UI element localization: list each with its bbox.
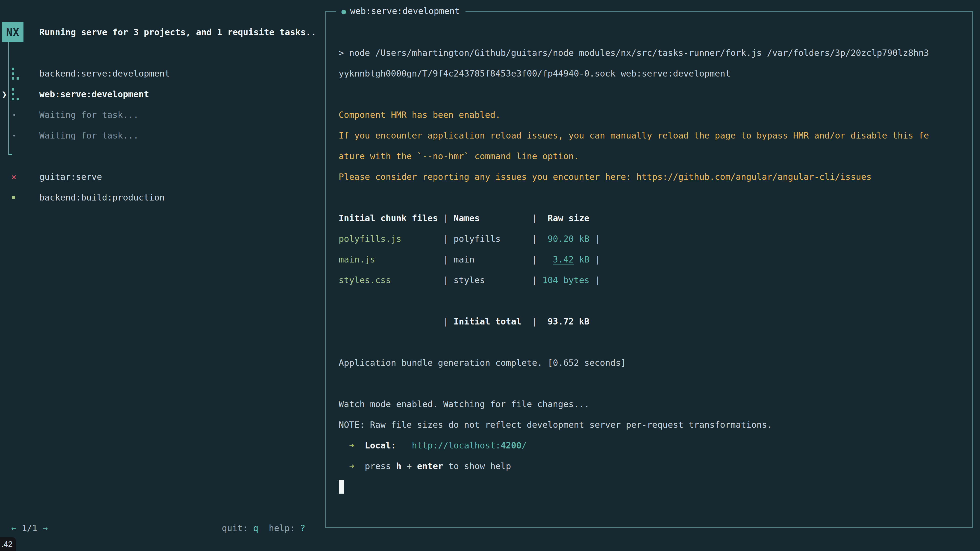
cross: ✕ (11, 167, 16, 187)
text-segment: 93.72 kB (542, 316, 589, 327)
success-square-icon (11, 187, 27, 208)
text-segment: | (480, 213, 548, 223)
text-segment: polyfills (453, 233, 501, 244)
terminal-line: ature with the `--no-hmr` command line o… (339, 146, 929, 167)
terminal-line (339, 84, 929, 105)
terminal-line: Component HMR has been enabled. (339, 105, 929, 125)
terminal-line: If you encounter application reload issu… (339, 125, 929, 146)
task-row[interactable]: ❯web:serve:development (0, 84, 317, 105)
nx-terminal-app: { "colors":{ "background":"#162830", "pa… (0, 0, 980, 551)
task-list: backend:serve:development❯web:serve:deve… (0, 63, 317, 208)
overlay-badge: .42 (0, 537, 16, 551)
terminal-line: > node /Users/mhartington/Github/guitars… (339, 43, 929, 63)
terminal-line: yyknnbtgh0000gn/T/9f4c243785f8453e3f00/f… (339, 63, 929, 84)
task-label: guitar:serve (39, 167, 102, 187)
text-segment: If you encounter application reload issu… (339, 130, 929, 141)
next-page-arrow-icon[interactable]: → (43, 523, 48, 533)
text-segment: 90.20 kB (542, 233, 589, 244)
text-segment: main (453, 254, 474, 265)
page-indicator: ← 1/1 → (11, 518, 48, 538)
local-url-port[interactable]: 4200 (501, 440, 522, 451)
terminal-line (339, 291, 929, 311)
panel-title: ●web:serve:development (336, 5, 466, 17)
terminal-line: Please consider reporting any issues you… (339, 167, 929, 187)
task-row[interactable]: Waiting for task... (0, 105, 317, 125)
text-segment: | (485, 275, 542, 285)
arrow-icon: ➜ (339, 461, 365, 471)
text-segment: main.js (339, 254, 375, 265)
terminal-line: polyfills.js | polyfills | 90.20 kB | (339, 229, 929, 249)
waiting-dot-icon (11, 125, 27, 146)
terminal-output: > node /Users/mhartington/Github/guitars… (339, 43, 929, 497)
text-segment: Component HMR has been enabled. (339, 110, 501, 120)
terminal-line: ➜ press h + enter to show help (339, 456, 929, 476)
page-count-text: 1/1 (22, 523, 37, 533)
text-segment: Watch mode enabled. Watching for file ch… (339, 399, 590, 409)
prev-page-arrow-icon[interactable]: ← (11, 523, 16, 533)
text-segment: | (474, 254, 542, 265)
text-segment: | (391, 275, 454, 285)
page-count (16, 523, 21, 533)
text-segment: 104 bytes (542, 275, 589, 285)
spinner-icon (11, 84, 27, 105)
key-h: h (396, 461, 401, 471)
terminal-line (339, 187, 929, 208)
terminal-line: Watch mode enabled. Watching for file ch… (339, 394, 929, 414)
task-label: web:serve:development (39, 84, 149, 105)
task-label: backend:serve:development (39, 63, 170, 84)
panel-title-text: web:serve:development (350, 6, 460, 16)
terminal-line: main.js | main | 3.42 kB | (339, 249, 929, 270)
selected-pointer-icon: ❯ (2, 84, 7, 105)
text-segment: Application bundle generation complete. … (339, 358, 626, 368)
help-key-hint: ? (300, 523, 305, 533)
text-segment (396, 440, 412, 451)
local-url-slash[interactable]: / (522, 440, 527, 451)
terminal-cursor (339, 480, 344, 494)
text-segment: | (438, 213, 453, 223)
local-url-link[interactable]: http://localhost: (412, 440, 501, 451)
task-row[interactable]: ✕guitar:serve (0, 167, 317, 187)
text-segment: | (590, 254, 600, 265)
text-segment: NOTE: Raw file sizes do not reflect deve… (339, 420, 772, 430)
task-row[interactable]: backend:serve:development (0, 63, 317, 84)
quit-key-hint: q (253, 523, 258, 533)
text-segment: Initial chunk files (339, 213, 438, 223)
text-segment: help: (258, 523, 300, 533)
text-segment: quit: (222, 523, 253, 533)
keyboard-hints: quit: q help: ? (222, 518, 305, 538)
square (12, 196, 15, 199)
waiting-dot-icon (11, 105, 27, 125)
task-row[interactable]: Waiting for task... (0, 125, 317, 146)
text-segment: ature with the `--no-hmr` command line o… (339, 151, 579, 161)
task-row[interactable]: backend:build:production (0, 187, 317, 208)
status-dot-icon: ● (342, 7, 346, 16)
text-segment: Initial total (453, 316, 522, 327)
terminal-line: ➜ Local: http://localhost:4200/ (339, 435, 929, 456)
text-segment: Raw size (548, 213, 590, 223)
spacer (37, 523, 42, 533)
text-segment: styles (453, 275, 485, 285)
task-output-panel[interactable]: ●web:serve:development > node /Users/mha… (325, 11, 973, 528)
task-sidebar: NX Running serve for 3 projects, and 1 r… (0, 0, 317, 551)
text-segment: Please consider reporting any issues you… (339, 171, 872, 182)
text-segment: | (339, 316, 453, 327)
text-segment: | (401, 233, 454, 244)
text-segment: 3.42 (553, 254, 574, 265)
task-label: Waiting for task... (39, 125, 138, 146)
task-label: backend:build:production (39, 187, 165, 208)
terminal-line: Initial chunk files | Names | Raw size (339, 208, 929, 229)
arrow-icon: ➜ (339, 440, 365, 451)
text-segment: | (522, 316, 542, 327)
terminal-line: | Initial total | 93.72 kB (339, 311, 929, 332)
text-segment: | (590, 233, 600, 244)
spinner-icon (11, 63, 27, 84)
text-segment: to show help (443, 461, 511, 471)
text-segment: kB (574, 254, 589, 265)
terminal-line (339, 373, 929, 394)
text-segment (542, 254, 553, 265)
task-group: backend:serve:development❯web:serve:deve… (0, 63, 317, 146)
task-label: Waiting for task... (39, 105, 138, 125)
spinner-dots (12, 68, 14, 70)
text-segment: > node /Users/mhartington/Github/guitars… (339, 48, 929, 58)
terminal-line: Application bundle generation complete. … (339, 353, 929, 373)
